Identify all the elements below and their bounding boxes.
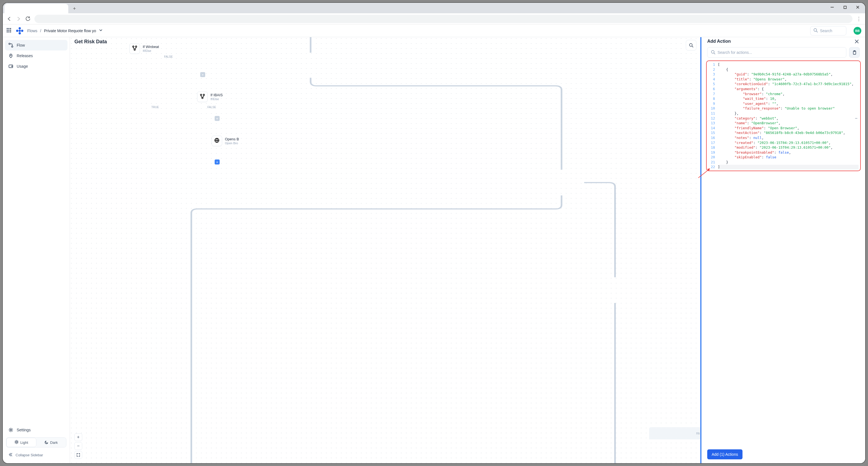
- sidebar-item-usage[interactable]: Usage: [5, 61, 67, 72]
- globe-icon: [214, 138, 220, 144]
- node-subtitle: If/Else: [211, 97, 223, 101]
- branch-icon: [132, 45, 137, 52]
- sidebar: Flow Releases Usage Settings: [3, 37, 70, 225]
- node-title: Opens B: [225, 137, 239, 141]
- new-tab-button[interactable]: +: [70, 5, 78, 12]
- breadcrumb-current[interactable]: Private Motor Requote flow yo: [44, 29, 96, 33]
- edge-label: TRUE: [151, 106, 160, 109]
- edge-lines: [70, 37, 420, 225]
- apps-grid-icon[interactable]: [7, 28, 12, 34]
- add-node-button[interactable]: +: [215, 116, 220, 121]
- sidebar-item-releases[interactable]: Releases: [5, 51, 67, 61]
- add-node-button[interactable]: +: [200, 72, 205, 77]
- branch-icon: [199, 94, 205, 100]
- breadcrumb: Flows / Private Motor Requote flow yo: [27, 28, 103, 33]
- flow-node-opens-browser[interactable]: Opens B Open Bro: [212, 136, 239, 146]
- page-title: Get Risk Data: [74, 39, 107, 45]
- browser-tab[interactable]: [4, 4, 68, 13]
- node-subtitle: If/Else: [143, 49, 159, 53]
- nav-reload-button[interactable]: [24, 15, 32, 23]
- address-bar[interactable]: [34, 15, 420, 23]
- sidebar-item-label: Usage: [17, 64, 28, 68]
- flow-icon: [8, 43, 13, 48]
- chevron-down-icon[interactable]: [99, 28, 103, 33]
- svg-point-8: [10, 55, 11, 56]
- usage-icon: [8, 64, 13, 69]
- node-subtitle: Open Bro: [225, 141, 239, 145]
- flow-canvas[interactable]: Get Risk Data FALSE TRUE FALSE +: [70, 37, 420, 225]
- sidebar-item-label: Releases: [17, 54, 33, 58]
- nav-back-button[interactable]: [5, 15, 13, 23]
- edge-label: FALSE: [207, 106, 217, 109]
- nav-forward-button[interactable]: [14, 15, 23, 23]
- app-logo-icon[interactable]: [16, 27, 23, 34]
- flow-node-ibais[interactable]: If IBAIS If/Else: [197, 92, 223, 102]
- rocket-icon: [8, 53, 13, 58]
- flow-node-winbeat[interactable]: If Winbeat If/Else: [129, 43, 159, 54]
- svg-point-7: [12, 46, 13, 47]
- browser-tabstrip: +: [3, 3, 420, 13]
- add-node-button[interactable]: +: [215, 160, 220, 165]
- node-title: If Winbeat: [143, 45, 159, 49]
- browser-toolbar: ⋮: [3, 13, 420, 24]
- edge-label: FALSE: [163, 55, 174, 58]
- app-header: Flows / Private Motor Requote flow yo Se…: [3, 24, 420, 37]
- sidebar-item-flow[interactable]: Flow: [5, 40, 67, 51]
- breadcrumb-root[interactable]: Flows: [27, 29, 37, 33]
- node-title: If IBAIS: [211, 93, 223, 97]
- sidebar-item-label: Flow: [17, 43, 25, 47]
- breadcrumb-separator: /: [40, 29, 41, 33]
